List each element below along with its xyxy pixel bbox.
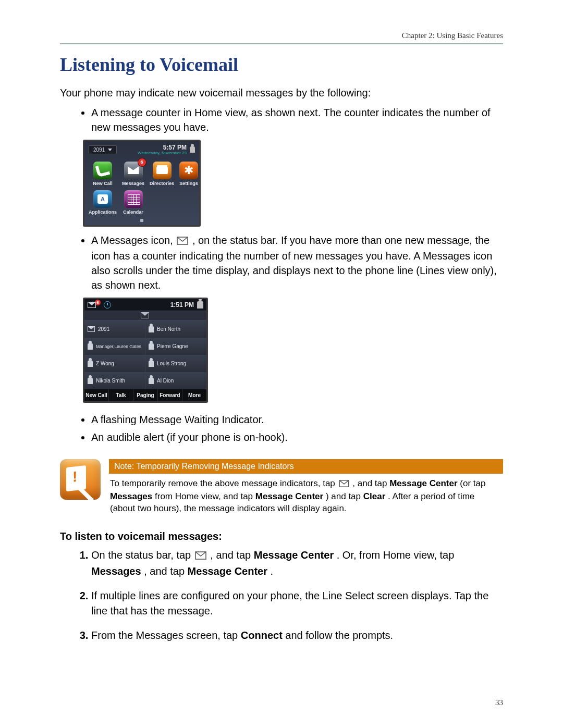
envelope-icon [195,549,206,564]
note-text: To temporarily remove the above message … [109,474,503,515]
bullet-item: A flashing Message Waiting Indicator. [91,412,503,427]
tile-settings: Settings [179,162,198,186]
envelope-icon [88,302,96,308]
bullet-item: A Messages icon, , on the status bar. If… [91,233,503,292]
page-number: 33 [495,698,503,707]
contact-icon [88,378,93,384]
page-title: Listening to Voicemail [60,54,503,76]
line-cell: Manager,Lauren Gates [84,338,145,355]
line-cell: Pierre Gagne [145,338,206,355]
line-cell: Z Wong [84,355,145,372]
line-cell: Louis Strong [145,355,206,372]
phone-icon [93,162,112,179]
contact-icon [149,361,154,367]
softkey: More [182,389,206,401]
tile-applications: Applications [89,190,117,215]
step-item: If multiple lines are configured on your… [91,588,503,619]
clock-date: Wednesday, November 23 [138,151,187,155]
contact-icon [88,343,93,350]
tile-directories: Directories [150,162,174,186]
bullet-item: An audible alert (if your phone is on-ho… [91,430,503,445]
folder-icon [153,162,172,179]
line-cell: Nikola Smith [84,372,145,389]
clock-icon [104,301,111,309]
line-cell: Al Dion [145,372,206,389]
message-badge: 6 [138,158,146,166]
contact-icon [149,343,154,350]
contact-icon [88,361,93,367]
step-item: On the status bar, tap , and tap Message… [91,548,503,579]
tile-calendar: Calendar [122,190,144,215]
softkey: Forward [158,389,182,401]
contact-icon [149,378,154,384]
chevron-down-icon [108,149,112,151]
chapter-header: Chapter 2: Using Basic Features [60,31,503,43]
note-box: Note: Temporarily Removing Message Indic… [60,459,503,515]
softkey: New Call [84,389,109,401]
bullet-item: A message counter in Home view, as shown… [91,105,503,134]
procedure-heading: To listen to voicemail messages: [60,530,503,542]
envelope-icon: 6 [124,162,143,179]
header-divider [60,43,503,44]
line-cell: 2091 [84,320,145,338]
note-icon [60,459,101,500]
contact-icon [149,326,154,332]
clock-time: 1:51 PM [170,301,194,309]
line-selector: 2091 [89,145,117,154]
user-icon [190,146,195,153]
gear-icon [179,162,198,179]
applications-icon [93,190,112,208]
envelope-icon [177,234,188,249]
envelope-icon [141,312,149,318]
note-title: Note: Temporarily Removing Message Indic… [109,459,503,474]
tile-new-call: New Call [89,162,117,186]
softkey: Talk [109,389,133,401]
step-item: From the Messages screen, tap Connect an… [91,628,503,643]
envelope-icon [88,326,95,332]
tile-messages: 6 Messages [122,162,144,186]
user-icon [197,301,203,309]
intro-text: Your phone may indicate new voicemail me… [60,86,503,100]
envelope-icon [339,479,349,491]
home-view-screenshot: 2091 5:57 PM Wednesday, November 23 New … [83,140,201,227]
lines-view-screenshot: 6 1:51 PM 2091 Ben North Manager,Lauren … [83,298,208,403]
softkey: Paging [133,389,158,401]
page-indicator-icon [140,219,143,222]
line-number: 2091 [93,147,105,153]
line-cell: Ben North [145,320,206,338]
clock-time: 5:57 PM [138,144,187,151]
calendar-icon [124,190,143,208]
